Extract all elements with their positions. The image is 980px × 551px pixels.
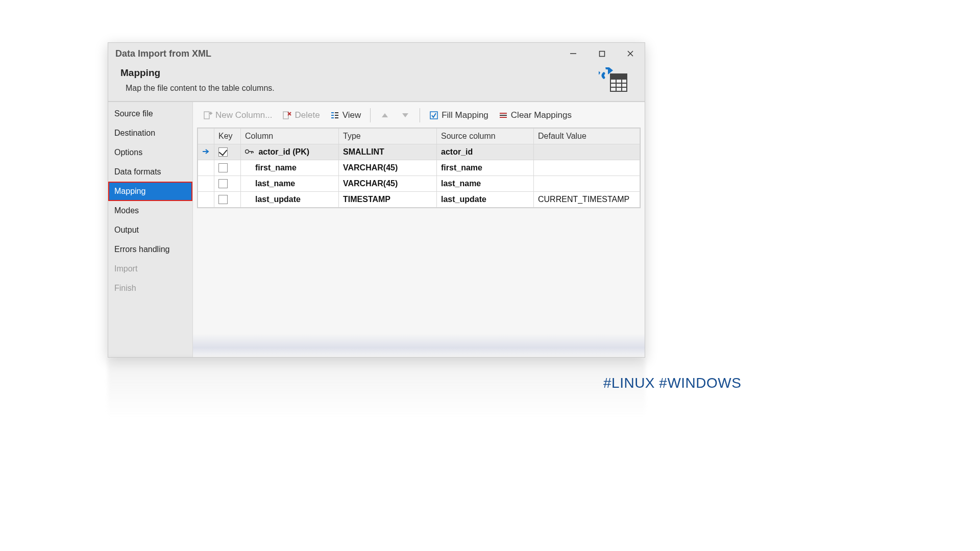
move-up-button[interactable] [376,108,394,122]
cell-column[interactable]: first_name [241,160,339,176]
table-row[interactable]: last_update TIMESTAMP last_update CURREN… [198,192,640,208]
hashtags-text: #LINUX #WINDOWS [603,375,741,391]
svg-rect-10 [617,84,621,87]
clear-mappings-icon [499,111,508,120]
cell-type[interactable]: SMALLINT [339,144,437,160]
cell-column[interactable]: last_name [241,176,339,192]
mapping-table[interactable]: Key Column Type Source column Default Va… [197,128,641,208]
fill-mapping-button[interactable]: Fill Mapping [425,108,493,122]
sidebar-item-data-formats[interactable]: Data formats [108,162,192,182]
wizard-steps-sidebar: Source file Destination Options Data for… [108,102,193,357]
clear-mappings-button[interactable]: Clear Mappings [495,108,576,122]
chevron-down-icon [402,113,409,118]
header-source-column[interactable]: Source column [437,129,534,144]
table-header-row: Key Column Type Source column Default Va… [198,129,640,144]
table-row[interactable]: actor_id (PK) SMALLINT actor_id [198,144,640,160]
cell-default[interactable] [534,144,640,160]
row-pointer [198,192,214,208]
key-checkbox[interactable] [214,160,241,176]
svg-rect-12 [611,88,616,91]
svg-rect-11 [622,84,626,87]
sidebar-item-modes[interactable]: Modes [108,201,192,220]
row-pointer [198,160,214,176]
sidebar-item-source-file[interactable]: Source file [108,104,192,123]
svg-rect-6 [611,80,616,83]
sidebar-item-mapping[interactable]: Mapping [108,182,192,201]
header-pointer [198,129,214,144]
panel-bottom-shadow [193,334,645,357]
dialog-window: Data Import from XML Mapping Map the fil… [108,42,645,358]
cell-column[interactable]: last_update [241,192,339,208]
svg-point-34 [246,150,249,154]
cell-type[interactable]: VARCHAR(45) [339,160,437,176]
maximize-button[interactable] [587,43,616,64]
minimize-icon [570,50,577,57]
window-reflection [108,357,645,418]
window-controls [559,43,645,64]
svg-rect-13 [617,88,621,91]
cell-default[interactable]: CURRENT_TIMESTAMP [534,192,640,208]
cell-column-text: actor_id (PK) [258,147,309,156]
svg-rect-8 [622,80,626,83]
row-pointer [198,176,214,192]
svg-rect-7 [617,80,621,83]
delete-label: Delete [295,110,320,120]
header-key[interactable]: Key [214,129,241,144]
cell-default[interactable] [534,160,640,176]
new-column-icon [203,111,212,120]
cell-source[interactable]: last_update [437,192,534,208]
sidebar-item-import: Import [108,259,192,279]
key-checkbox[interactable] [214,192,241,208]
svg-rect-18 [283,112,288,119]
toolbar: New Column... Delete View [197,105,641,126]
fill-mapping-label: Fill Mapping [442,110,488,120]
delete-button[interactable]: Delete [278,108,324,122]
minimize-button[interactable] [559,43,587,64]
svg-rect-9 [611,84,616,87]
key-checkbox[interactable] [214,144,241,160]
cell-type[interactable]: VARCHAR(45) [339,176,437,192]
close-icon [627,50,634,57]
sidebar-item-output[interactable]: Output [108,220,192,240]
sidebar-item-finish: Finish [108,279,192,298]
cell-source[interactable]: last_name [437,176,534,192]
header-default-value[interactable]: Default Value [534,129,640,144]
key-checkbox[interactable] [214,176,241,192]
window-title: Data Import from XML [115,48,559,59]
table-row[interactable]: last_name VARCHAR(45) last_name [198,176,640,192]
svg-rect-29 [430,112,437,119]
new-column-label: New Column... [215,110,272,120]
page-header: Mapping Map the file content to the tabl… [108,64,645,102]
cell-column[interactable]: actor_id (PK) [241,144,339,160]
view-icon [330,111,339,120]
view-button[interactable]: View [326,108,365,122]
chevron-up-icon [381,113,388,118]
toolbar-separator [370,108,371,122]
row-pointer-icon [198,144,214,160]
fill-mapping-icon [429,111,438,120]
page-subtitle: Map the file content to the table column… [120,84,599,93]
import-grid-icon [599,67,629,93]
delete-column-icon [282,111,291,120]
cell-default[interactable] [534,176,640,192]
maximize-icon [599,51,605,57]
svg-marker-28 [402,113,408,117]
header-type[interactable]: Type [339,129,437,144]
cell-source[interactable]: first_name [437,160,534,176]
sidebar-item-errors-handling[interactable]: Errors handling [108,240,192,259]
cell-type[interactable]: TIMESTAMP [339,192,437,208]
page-title: Mapping [120,67,599,79]
toolbar-separator-2 [420,108,420,122]
sidebar-item-destination[interactable]: Destination [108,123,192,143]
sidebar-item-options[interactable]: Options [108,143,192,162]
header-column[interactable]: Column [241,129,339,144]
cell-source[interactable]: actor_id [437,144,534,160]
view-label: View [342,110,361,120]
move-down-button[interactable] [396,108,414,122]
table-row[interactable]: first_name VARCHAR(45) first_name [198,160,640,176]
svg-marker-27 [382,113,388,117]
svg-rect-15 [204,112,209,119]
new-column-button[interactable]: New Column... [199,108,276,122]
main-panel: New Column... Delete View [193,102,645,357]
close-button[interactable] [616,43,645,64]
